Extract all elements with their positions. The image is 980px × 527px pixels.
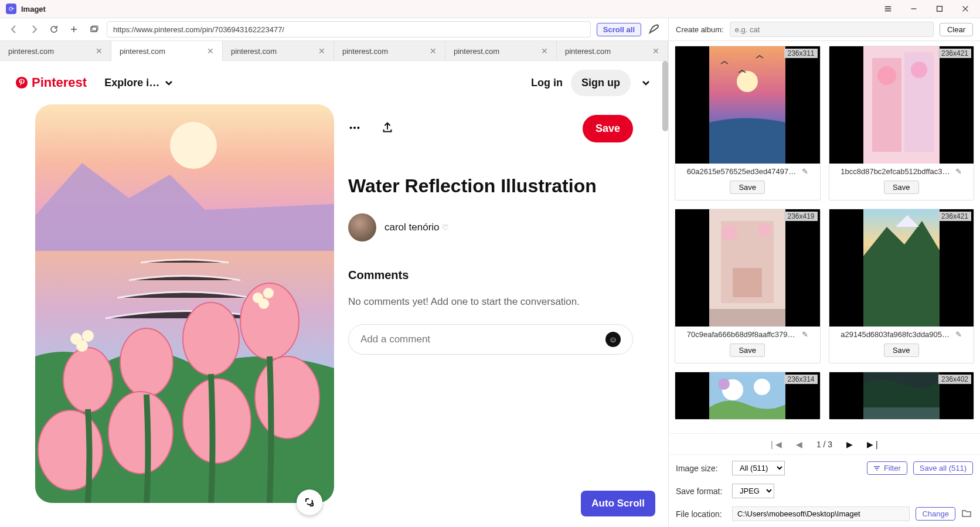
scroll-all-button[interactable]: Scroll all xyxy=(597,23,641,36)
thumb-filename: 70c9eafa666b68d9f8aaffc3796690e2.jpg xyxy=(687,330,798,339)
expand-icon[interactable] xyxy=(297,489,322,515)
edit-icon[interactable]: ✎ xyxy=(955,330,962,339)
reload-icon[interactable] xyxy=(47,22,61,36)
thumb-card[interactable]: 236x402 xyxy=(829,372,975,420)
dimension-badge: 236x421 xyxy=(938,212,971,221)
login-button[interactable]: Log in xyxy=(531,77,563,89)
svg-point-34 xyxy=(722,225,738,241)
back-icon[interactable] xyxy=(7,22,21,36)
tab-close-icon[interactable]: ✕ xyxy=(96,46,103,56)
svg-point-16 xyxy=(82,330,94,342)
tab-label: pinterest.com xyxy=(565,47,611,56)
tab-close-icon[interactable]: ✕ xyxy=(652,46,659,56)
thumb-save-button[interactable]: Save xyxy=(730,344,765,357)
new-tab-icon[interactable] xyxy=(67,22,81,36)
svg-rect-36 xyxy=(709,309,785,327)
tab-2[interactable]: pinterest.com✕ xyxy=(223,41,334,61)
filter-icon xyxy=(873,465,880,472)
auto-scroll-button[interactable]: Auto Scroll xyxy=(581,491,655,516)
save-format-select[interactable]: JPEG xyxy=(732,484,774,498)
thumb-card[interactable]: 236x314 xyxy=(675,372,821,420)
svg-point-17 xyxy=(76,340,88,352)
thumb-meta: 70c9eafa666b68d9f8aaffc3796690e2.jpg✎ Sa… xyxy=(675,327,820,363)
paint-icon[interactable] xyxy=(647,22,661,36)
tab-0[interactable]: pinterest.com✕ xyxy=(0,41,111,61)
tab-4[interactable]: pinterest.com✕ xyxy=(445,41,557,61)
tab-5[interactable]: pinterest.com✕ xyxy=(557,41,668,61)
explore-dropdown[interactable]: Explore i… xyxy=(104,77,173,89)
thumb-card[interactable]: 236x419 70c9eafa666b68d9f8aaffc3796690e2… xyxy=(675,209,821,363)
svg-point-23 xyxy=(357,127,359,129)
no-comments-text: No comments yet! Add one to start the co… xyxy=(348,296,633,308)
pager-first-icon[interactable]: ❘◀ xyxy=(768,440,782,449)
hamburger-icon[interactable] xyxy=(879,2,897,16)
share-icon[interactable] xyxy=(381,121,394,136)
dimension-badge: 236x421 xyxy=(938,49,971,58)
chevron-down-icon[interactable] xyxy=(639,76,653,90)
thumb-image: 236x311 xyxy=(675,46,820,164)
thumb-card[interactable]: 236x421 1bcc8d87bc2efcab512bdffac3cace5b… xyxy=(829,46,975,200)
pinterest-logo[interactable]: Pinterest xyxy=(15,75,87,90)
thumb-meta: 1bcc8d87bc2efcab512bdffac3cace5b.jpg✎ Sa… xyxy=(829,164,974,200)
tab-close-icon[interactable]: ✕ xyxy=(430,46,437,56)
clear-button[interactable]: Clear xyxy=(940,23,973,36)
comment-input-wrap[interactable]: ☺ xyxy=(348,324,633,355)
comment-input[interactable] xyxy=(360,334,605,345)
close-icon[interactable] xyxy=(957,2,974,16)
edit-icon[interactable]: ✎ xyxy=(802,167,808,176)
save-all-button[interactable]: Save all (511) xyxy=(913,461,973,475)
dimension-badge: 236x314 xyxy=(784,375,817,384)
tab-label: pinterest.com xyxy=(454,47,499,56)
thumb-image: 236x314 xyxy=(675,372,820,419)
pager-last-icon[interactable]: ▶❘ xyxy=(867,440,880,449)
thumb-card[interactable]: 236x421 a29145d6803fa968fc3dda9055e3723f… xyxy=(829,209,975,363)
thumb-filename: 60a2615e576525ed3ed47497ebb71b62.jpg xyxy=(687,167,798,176)
emoji-icon[interactable]: ☺ xyxy=(605,332,621,347)
url-input[interactable] xyxy=(107,21,591,38)
tab-close-icon[interactable]: ✕ xyxy=(207,46,214,56)
save-format-row: Save format: JPEG xyxy=(676,484,973,498)
tab-close-icon[interactable]: ✕ xyxy=(541,46,548,56)
pager-next-icon[interactable]: ▶ xyxy=(846,440,853,449)
author-row[interactable]: carol tenório♡ xyxy=(348,213,633,242)
folder-icon[interactable] xyxy=(961,508,973,520)
thumb-save-button[interactable]: Save xyxy=(884,344,919,357)
pin-body: Save Water Reflection Illustration carol… xyxy=(0,104,668,527)
right-toolbar: Create album: Clear xyxy=(669,18,980,41)
pin-image[interactable] xyxy=(35,104,334,503)
svg-rect-33 xyxy=(733,268,762,297)
tabs-overview-icon[interactable] xyxy=(87,22,101,36)
filter-button[interactable]: Filter xyxy=(867,461,907,475)
change-button[interactable]: Change xyxy=(916,507,955,521)
tab-1[interactable]: pinterest.com✕ xyxy=(111,41,223,61)
thumb-card[interactable]: 236x311 60a2615e576525ed3ed47497ebb71b62… xyxy=(675,46,821,200)
thumb-save-button[interactable]: Save xyxy=(730,181,765,194)
image-size-select[interactable]: All (511) xyxy=(732,461,785,475)
image-size-label: Image size: xyxy=(676,464,726,473)
maximize-icon[interactable] xyxy=(931,2,948,16)
svg-point-30 xyxy=(911,62,927,78)
tab-close-icon[interactable]: ✕ xyxy=(318,46,325,56)
edit-icon[interactable]: ✎ xyxy=(955,167,962,176)
edit-icon[interactable]: ✎ xyxy=(802,330,808,339)
svg-rect-43 xyxy=(863,407,940,419)
pin-action-row: Save xyxy=(348,115,633,142)
image-size-row: Image size: All (511) Filter Save all (5… xyxy=(676,461,973,475)
album-input[interactable] xyxy=(730,22,934,37)
pinterest-logo-text: Pinterest xyxy=(32,75,87,90)
pager-prev-icon[interactable]: ◀ xyxy=(796,440,802,449)
browser-toolbar: Scroll all xyxy=(0,18,668,41)
dimension-badge: 236x402 xyxy=(938,375,971,384)
more-icon[interactable] xyxy=(348,121,361,136)
thumb-save-button[interactable]: Save xyxy=(884,181,919,194)
minimize-icon[interactable] xyxy=(905,2,923,16)
svg-point-19 xyxy=(263,288,274,298)
forward-icon[interactable] xyxy=(27,22,41,36)
signup-button[interactable]: Sign up xyxy=(571,70,631,96)
svg-rect-0 xyxy=(937,6,942,12)
file-location-input[interactable] xyxy=(732,506,910,521)
app-title: Imaget xyxy=(21,5,46,13)
save-pin-button[interactable]: Save xyxy=(583,115,633,142)
tab-3[interactable]: pinterest.com✕ xyxy=(334,41,445,61)
comments-heading: Comments xyxy=(348,268,633,282)
